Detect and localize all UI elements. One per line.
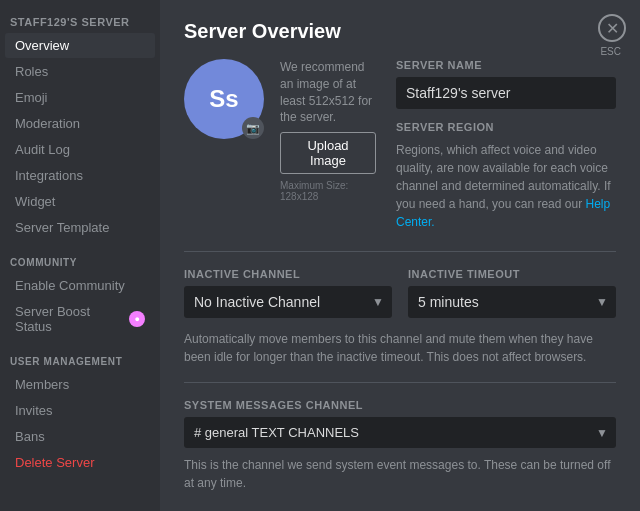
boost-badge: ●	[129, 311, 145, 327]
server-icon-initials: Ss	[209, 85, 238, 113]
sidebar-label-emoji: Emoji	[15, 90, 48, 105]
sidebar-label-integrations: Integrations	[15, 168, 83, 183]
system-messages-hint: This is the channel we send system event…	[184, 456, 616, 492]
sidebar-label-roles: Roles	[15, 64, 48, 79]
server-name-region-section: SERVER NAME SERVER REGION Regions, which…	[396, 59, 616, 231]
sidebar-label-audit-log: Audit Log	[15, 142, 70, 157]
server-region-description: Regions, which affect voice and video qu…	[396, 141, 616, 231]
sidebar-label-moderation: Moderation	[15, 116, 80, 131]
sidebar-item-emoji[interactable]: Emoji	[5, 85, 155, 110]
system-channel-select-wrap: # general TEXT CHANNELS ▼	[184, 417, 616, 448]
sidebar-item-moderation[interactable]: Moderation	[5, 111, 155, 136]
inactive-hint-text: Automatically move members to this chann…	[184, 330, 616, 366]
sidebar-label-server-boost-status: Server Boost Status	[15, 304, 129, 334]
sidebar-label-members: Members	[15, 377, 69, 392]
inactive-settings-row: INACTIVE CHANNEL No Inactive Channel ▼ I…	[184, 268, 616, 318]
sidebar-item-bans[interactable]: Bans	[5, 424, 155, 449]
sidebar-item-invites[interactable]: Invites	[5, 398, 155, 423]
sidebar-item-enable-community[interactable]: Enable Community	[5, 273, 155, 298]
sidebar-label-invites: Invites	[15, 403, 53, 418]
server-name-label: SERVER NAME	[396, 59, 616, 71]
sidebar-label-enable-community: Enable Community	[15, 278, 125, 293]
inactive-channel-label: INACTIVE CHANNEL	[184, 268, 392, 280]
esc-label: ESC	[600, 46, 621, 57]
divider-2	[184, 382, 616, 383]
server-region-label: SERVER REGION	[396, 121, 616, 133]
server-name-input[interactable]	[396, 77, 616, 109]
close-button[interactable]: ✕	[598, 14, 626, 42]
max-size-label: Maximum Size: 128x128	[280, 180, 376, 202]
server-icon-section: Ss 📷 We recommend an image of at least 5…	[184, 59, 376, 202]
inactive-timeout-label: INACTIVE TIMEOUT	[408, 268, 616, 280]
main-content: ✕ ESC Server Overview Ss 📷 We recommend …	[160, 0, 640, 511]
inactive-timeout-select[interactable]: 5 minutes	[408, 286, 616, 318]
system-channel-select[interactable]: # general TEXT CHANNELS	[184, 417, 616, 448]
sidebar-item-audit-log[interactable]: Audit Log	[5, 137, 155, 162]
server-icon: Ss 📷	[184, 59, 264, 139]
sidebar-item-members[interactable]: Members	[5, 372, 155, 397]
inactive-timeout-select-wrap: 5 minutes ▼	[408, 286, 616, 318]
camera-icon: 📷	[242, 117, 264, 139]
sidebar-item-delete-server[interactable]: ➜ Delete Server	[5, 450, 155, 475]
inactive-timeout-col: INACTIVE TIMEOUT 5 minutes ▼	[408, 268, 616, 318]
inactive-channel-select-wrap: No Inactive Channel ▼	[184, 286, 392, 318]
sidebar-label-widget: Widget	[15, 194, 55, 209]
sidebar-label-delete-server: Delete Server	[15, 455, 94, 470]
sidebar-item-overview[interactable]: Overview	[5, 33, 155, 58]
inactive-channel-col: INACTIVE CHANNEL No Inactive Channel ▼	[184, 268, 392, 318]
user-management-section-header: USER MANAGEMENT	[0, 340, 160, 371]
sidebar-item-roles[interactable]: Roles	[5, 59, 155, 84]
system-messages-label: SYSTEM MESSAGES CHANNEL	[184, 399, 616, 411]
sidebar: STAFF129'S SERVER Overview Roles Emoji M…	[0, 0, 160, 511]
sidebar-item-integrations[interactable]: Integrations	[5, 163, 155, 188]
community-section-header: COMMUNITY	[0, 241, 160, 272]
icon-upload-info: We recommend an image of at least 512x51…	[280, 59, 376, 202]
icon-and-name-section: Ss 📷 We recommend an image of at least 5…	[184, 59, 376, 231]
sidebar-server-name: STAFF129'S SERVER	[0, 10, 160, 32]
upload-hint-text: We recommend an image of at least 512x51…	[280, 59, 376, 126]
page-title: Server Overview	[184, 20, 616, 43]
sidebar-item-server-template[interactable]: Server Template	[5, 215, 155, 240]
inactive-channel-select[interactable]: No Inactive Channel	[184, 286, 392, 318]
system-messages-section: SYSTEM MESSAGES CHANNEL # general TEXT C…	[184, 399, 616, 511]
sidebar-item-server-boost-status[interactable]: Server Boost Status ●	[5, 299, 155, 339]
top-row: Ss 📷 We recommend an image of at least 5…	[184, 59, 616, 231]
sidebar-label-bans: Bans	[15, 429, 45, 444]
upload-image-button[interactable]: Upload Image	[280, 132, 376, 174]
divider-1	[184, 251, 616, 252]
sidebar-label-overview: Overview	[15, 38, 69, 53]
sidebar-label-server-template: Server Template	[15, 220, 109, 235]
sidebar-item-widget[interactable]: Widget	[5, 189, 155, 214]
